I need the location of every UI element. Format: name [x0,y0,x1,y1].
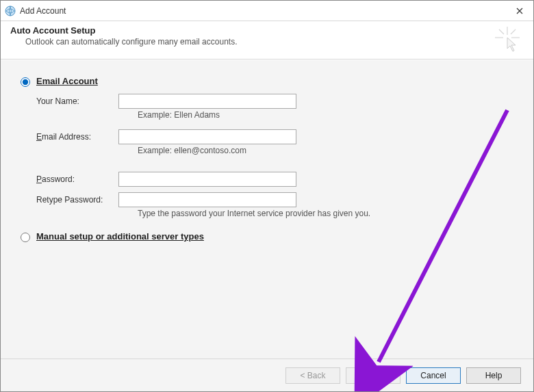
your-name-label: Your Name: [36,96,118,106]
radio-email-account-label: Email Account [36,76,98,86]
app-icon [5,5,16,16]
password-input[interactable] [118,172,296,187]
email-address-hint: Example: ellen@contoso.com [138,146,517,155]
footer: < Back Next > Cancel Help [1,358,533,391]
email-account-form: Your Name: Example: Ellen Adams Email Ad… [36,94,517,218]
body: Email Account Your Name: Example: Ellen … [1,60,533,358]
svg-point-0 [5,6,15,16]
cancel-button[interactable]: Cancel [406,367,461,384]
radio-email-account-input[interactable] [21,77,30,87]
svg-line-5 [511,29,516,34]
next-button[interactable]: Next > [346,367,400,384]
back-button[interactable]: < Back [285,367,340,384]
help-button[interactable]: Help [466,367,521,384]
window-title: Add Account [20,6,506,16]
header-title: Auto Account Setup [10,25,520,36]
header: Auto Account Setup Outlook can automatic… [1,21,533,60]
close-icon [516,8,523,14]
email-address-input[interactable] [118,129,296,144]
close-button[interactable] [506,1,533,21]
cursor-sparkle-icon [494,25,521,53]
password-label: Password: [36,174,118,184]
your-name-hint: Example: Ellen Adams [138,110,517,120]
radio-email-account[interactable]: Email Account [17,75,517,87]
titlebar: Add Account [1,1,533,21]
retype-password-input[interactable] [118,192,296,207]
radio-manual-setup-label: Manual setup or additional server types [36,231,204,241]
header-subtitle: Outlook can automatically configure many… [25,37,520,47]
radio-manual-setup-input[interactable] [21,233,30,242]
email-address-label: Email Address: [36,132,118,142]
radio-manual-setup[interactable]: Manual setup or additional server types [17,231,517,242]
password-hint: Type the password your Internet service … [138,209,517,218]
retype-password-label: Retype Password: [36,195,118,205]
svg-line-4 [499,29,504,34]
your-name-input[interactable] [118,94,296,109]
